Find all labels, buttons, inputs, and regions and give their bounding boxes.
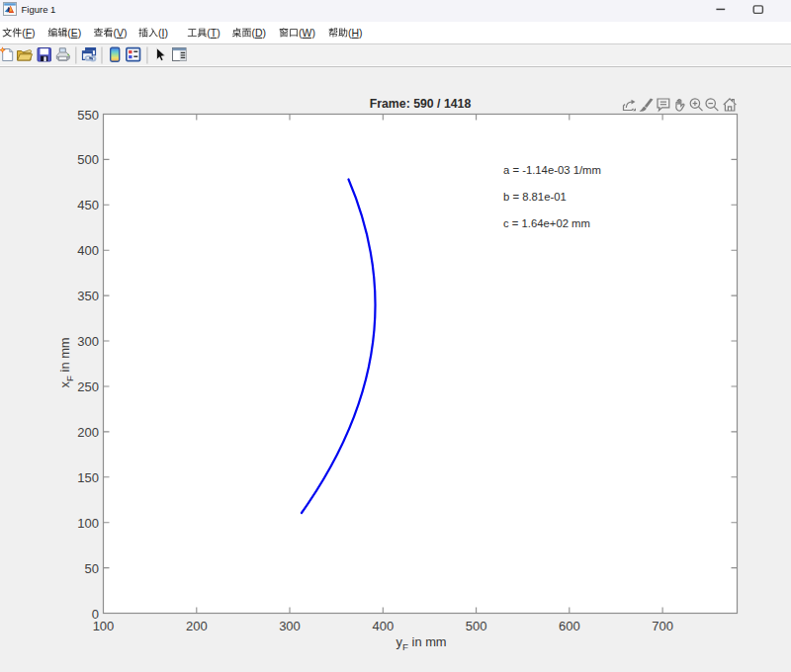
svg-text:600: 600: [559, 619, 580, 633]
svg-text:400: 400: [372, 619, 394, 633]
svg-text:400: 400: [77, 243, 99, 258]
svg-text:700: 700: [652, 619, 673, 633]
svg-text:a = -1.14e-03 1/mm: a = -1.14e-03 1/mm: [503, 164, 601, 176]
svg-text:300: 300: [279, 619, 301, 633]
svg-text:150: 150: [77, 470, 99, 485]
svg-text:yF in mm: yF in mm: [396, 634, 447, 653]
svg-text:250: 250: [77, 379, 99, 394]
svg-text:200: 200: [186, 619, 208, 633]
svg-text:200: 200: [77, 425, 99, 440]
svg-text:xF in mm: xF in mm: [57, 337, 76, 387]
svg-text:500: 500: [77, 152, 99, 167]
svg-text:c = 1.64e+02 mm: c = 1.64e+02 mm: [503, 217, 590, 229]
svg-text:50: 50: [85, 561, 99, 576]
svg-text:0: 0: [92, 607, 99, 622]
svg-text:500: 500: [466, 619, 487, 633]
svg-text:b = 8.81e-01: b = 8.81e-01: [503, 191, 567, 203]
svg-text:Frame: 590 / 1418: Frame: 590 / 1418: [370, 97, 472, 111]
svg-text:100: 100: [77, 516, 99, 531]
svg-text:550: 550: [77, 108, 99, 123]
svg-text:350: 350: [77, 289, 99, 303]
svg-text:300: 300: [77, 334, 99, 349]
svg-text:450: 450: [77, 198, 99, 212]
